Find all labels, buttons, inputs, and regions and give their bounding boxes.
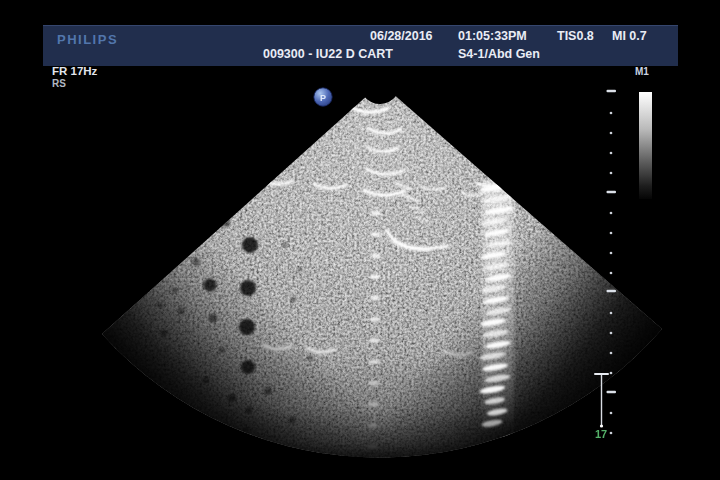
- grayscale-bar: [639, 92, 652, 199]
- ultrasound-screen: PHILIPS 06/28/2016 01:05:33PM TIS0.8 MI …: [0, 0, 720, 480]
- probe-orientation-marker: P: [314, 88, 332, 106]
- probe-marker-letter: P: [320, 93, 326, 103]
- depth-value-label: 17: [595, 428, 607, 440]
- depth-ruler: [607, 90, 617, 435]
- ultrasound-sector-image: P 17: [0, 0, 720, 480]
- sector-shading: [102, 96, 662, 457]
